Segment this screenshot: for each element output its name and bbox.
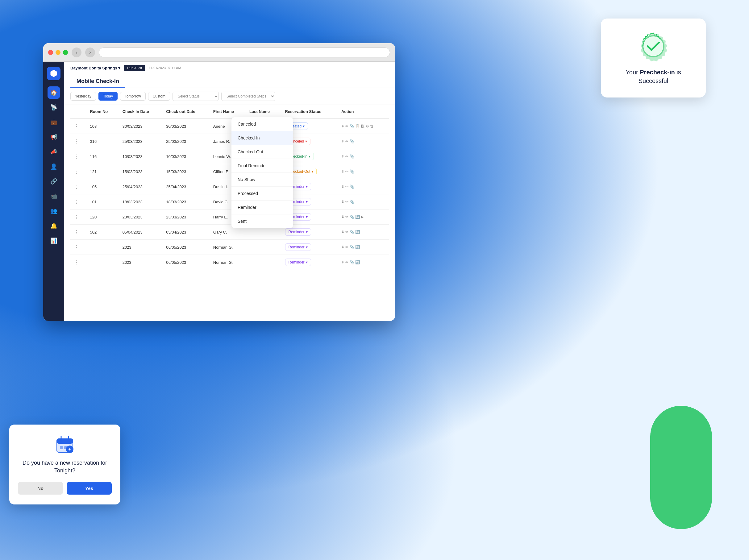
yes-button[interactable]: Yes: [67, 482, 112, 495]
row-menu[interactable]: ⋮: [70, 255, 86, 270]
sidebar: 🏠 📡 💼 📢 📣 👤 🔗 📹 👥 🔔 📊: [43, 62, 64, 321]
status-badge[interactable]: Reminder ▾: [285, 228, 311, 236]
row-menu[interactable]: ⋮: [70, 164, 86, 179]
row-checkout: 30/03/2023: [162, 119, 210, 134]
sidebar-item-video[interactable]: 📹: [47, 190, 60, 202]
action-icons: ⬇ ✏ 📎 🔄: [341, 260, 385, 264]
browser-window: ‹ › 🏠 📡 💼 📢 📣 👤 🔗 📹 👥 🔔 📊: [43, 43, 395, 321]
reservation-dialog: + Do you have a new reservation for Toni…: [9, 425, 120, 504]
action-icons: ⬇ ✏ 📎: [341, 154, 385, 158]
row-menu[interactable]: ⋮: [70, 149, 86, 164]
steps-filter[interactable]: Select Completed Steps: [221, 92, 275, 101]
sidebar-item-home[interactable]: 🏠: [47, 86, 60, 99]
no-button[interactable]: No: [18, 482, 63, 495]
sidebar-item-connect[interactable]: 🔗: [47, 175, 60, 188]
filter-tomorrow[interactable]: Tomorrow: [120, 92, 146, 101]
run-audit-button[interactable]: Run Audit: [124, 65, 145, 71]
dialog-actions: No Yes: [18, 482, 112, 495]
row-room: 502: [86, 224, 119, 240]
row-checkout: 10/03/2023: [162, 149, 210, 164]
action-icons: ⬇ ✏ 📎 🔄 ▶: [341, 215, 385, 219]
forward-button[interactable]: ›: [85, 47, 95, 58]
action-icons: ⬇ ✏ 📎 📋 🖼 ⚙ 🗑: [341, 124, 385, 128]
dropdown-item-processed[interactable]: Processed: [232, 187, 293, 200]
sidebar-item-briefcase[interactable]: 💼: [47, 116, 60, 128]
filter-today[interactable]: Today: [99, 92, 117, 101]
precheck-bold: Precheck-in: [640, 69, 675, 76]
sidebar-item-users[interactable]: 👥: [47, 205, 60, 217]
row-room: 105: [86, 179, 119, 194]
table-row: ⋮ 101 18/03/2023 18/03/2023 David C. Rem…: [70, 194, 389, 210]
row-menu[interactable]: ⋮: [70, 210, 86, 224]
col-action: Action: [338, 105, 389, 119]
table-row: ⋮ 116 10/03/2023 10/03/2023 Lonnie W. We…: [70, 149, 389, 164]
dropdown-item-sent[interactable]: Sent: [232, 214, 293, 228]
browser-toolbar: ‹ ›: [43, 43, 395, 62]
row-menu[interactable]: ⋮: [70, 240, 86, 255]
status-filter[interactable]: Select Status: [172, 92, 219, 101]
row-menu[interactable]: ⋮: [70, 194, 86, 210]
address-bar[interactable]: [99, 47, 390, 58]
hotel-name[interactable]: Baymont Bonita Springs ▾: [70, 66, 120, 70]
row-actions: ⬇ ✏ 📎: [338, 164, 389, 179]
table-container: Room No Check In Date Check out Date Fir…: [64, 105, 395, 321]
dropdown-item-noshow[interactable]: No Show: [232, 173, 293, 187]
row-actions: ⬇ ✏ 📎: [338, 149, 389, 164]
row-menu[interactable]: ⋮: [70, 134, 86, 149]
dropdown-item-finalreminder[interactable]: Final Reminder: [232, 159, 293, 173]
row-actions: ⬇ ✏ 📎 🔄: [338, 255, 389, 270]
sidebar-item-chart[interactable]: 📊: [47, 235, 60, 247]
svg-rect-7: [60, 446, 63, 449]
filter-yesterday[interactable]: Yesterday: [70, 92, 96, 101]
dropdown-item-checkedin[interactable]: Checked-In: [232, 131, 293, 145]
app-container: 🏠 📡 💼 📢 📣 👤 🔗 📹 👥 🔔 📊 Baymont Bonita Spr…: [43, 62, 395, 321]
row-checkout: 15/03/2023: [162, 164, 210, 179]
page-title: Mobile Check-In: [70, 74, 125, 88]
status-badge[interactable]: Reminder ▾: [285, 259, 311, 266]
status-badge[interactable]: Reminder ▾: [285, 243, 311, 251]
row-status[interactable]: Reminder ▾: [281, 255, 338, 270]
row-checkin: 23/03/2023: [119, 210, 163, 224]
minimize-button[interactable]: [56, 50, 61, 55]
svg-rect-4: [57, 439, 73, 444]
sidebar-item-announce[interactable]: 📣: [47, 146, 60, 158]
success-badge: [638, 31, 669, 62]
sidebar-logo: [47, 67, 61, 80]
sidebar-item-megaphone[interactable]: 📢: [47, 131, 60, 143]
row-checkin: 18/03/2023: [119, 194, 163, 210]
row-menu[interactable]: ⋮: [70, 224, 86, 240]
row-menu[interactable]: ⋮: [70, 179, 86, 194]
dialog-question: Do you have a new reservation for Tonigh…: [18, 459, 112, 475]
row-checkout: 25/03/2023: [162, 134, 210, 149]
dropdown-item-checkedout[interactable]: Checked-Out: [232, 145, 293, 159]
row-lastname: [245, 240, 281, 255]
sidebar-item-bell[interactable]: 🔔: [47, 220, 60, 232]
sidebar-item-user[interactable]: 👤: [47, 160, 60, 173]
table-row: ⋮ 120 23/03/2023 23/03/2023 Harry E. Rem…: [70, 210, 389, 224]
row-room: 108: [86, 119, 119, 134]
dropdown-item-reminder[interactable]: Reminder: [232, 200, 293, 214]
action-icons: ⬇ ✏ 📎 🔄: [341, 230, 385, 234]
reservations-table: Room No Check In Date Check out Date Fir…: [70, 105, 389, 270]
row-room: 101: [86, 194, 119, 210]
row-checkin: 30/03/2023: [119, 119, 163, 134]
dropdown-item-canceled[interactable]: Canceled: [232, 117, 293, 131]
table-row: ⋮ 121 15/03/2023 15/03/2023 Clifton E. E…: [70, 164, 389, 179]
close-button[interactable]: [48, 50, 53, 55]
back-button[interactable]: ‹: [71, 47, 82, 58]
action-icons: ⬇ ✏ 📎: [341, 169, 385, 174]
maximize-button[interactable]: [63, 50, 68, 55]
row-room: [86, 255, 119, 270]
main-content: Baymont Bonita Springs ▾ Run Audit 11/01…: [64, 62, 395, 321]
row-checkin: 25/03/2023: [119, 134, 163, 149]
timestamp: 11/01/2023 07:11 AM: [149, 66, 181, 70]
row-actions: ⬇ ✏ 📎 📋 🖼 ⚙ 🗑: [338, 119, 389, 134]
filter-custom[interactable]: Custom: [148, 92, 170, 101]
table-row: ⋮ 105 25/04/2023 25/04/2023 Dustin I. In…: [70, 179, 389, 194]
row-status[interactable]: Reminder ▾: [281, 240, 338, 255]
traffic-lights: [48, 50, 68, 55]
action-icons: ⬇ ✏ 📎: [341, 139, 385, 144]
row-lastname: [245, 255, 281, 270]
row-menu[interactable]: ⋮: [70, 119, 86, 134]
sidebar-item-broadcast[interactable]: 📡: [47, 101, 60, 113]
